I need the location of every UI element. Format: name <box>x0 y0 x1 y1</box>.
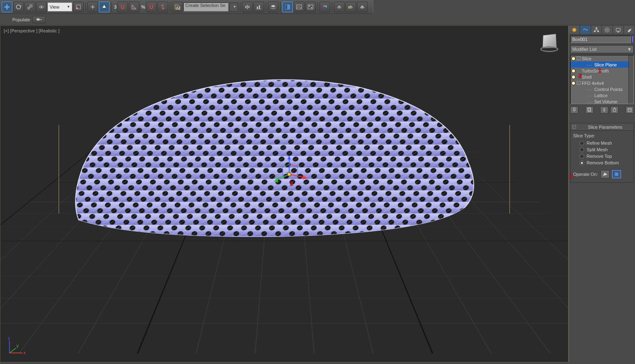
operate-on-poly-button[interactable] <box>601 170 610 178</box>
svg-rect-53 <box>596 27 597 29</box>
tab-display[interactable] <box>613 25 624 34</box>
svg-rect-18 <box>308 5 313 9</box>
visibility-bulb-icon[interactable] <box>571 69 576 73</box>
svg-line-50 <box>9 348 16 353</box>
visibility-bulb-icon[interactable] <box>571 81 576 85</box>
ref-coord-dropdown[interactable]: View ▼ <box>48 2 72 11</box>
align-button[interactable] <box>254 2 264 12</box>
stack-item-lattice[interactable]: ---- Lattice <box>571 92 633 98</box>
axis-tripod-icon: z x y <box>6 336 27 356</box>
render-button[interactable] <box>357 2 368 12</box>
radio-icon[interactable] <box>580 161 584 165</box>
manipulate-button[interactable] <box>87 2 98 12</box>
toolbar-separator <box>111 2 112 12</box>
tab-utilities[interactable] <box>624 25 635 34</box>
svg-rect-27 <box>350 6 352 7</box>
viewport[interactable]: [+] [Perspective ] [Realistic ] <box>0 25 569 362</box>
edit-named-sel-button[interactable]: ABC <box>172 2 183 12</box>
spinner-tool-button[interactable] <box>36 2 47 12</box>
render-setup-button[interactable] <box>334 2 345 12</box>
stack-scrollbar[interactable] <box>628 55 633 104</box>
keyboard-shortcut-button[interactable] <box>99 2 110 12</box>
object-color-swatch[interactable] <box>632 36 634 43</box>
remove-modifier-button[interactable] <box>610 106 619 114</box>
rollout-title: Slice Parameters <box>578 125 632 130</box>
radio-refine-mesh[interactable]: Refine Mesh <box>580 141 631 146</box>
expand-toggle-icon[interactable]: - <box>577 57 580 60</box>
collapse-icon[interactable]: - <box>572 125 576 129</box>
radio-icon[interactable] <box>580 148 584 152</box>
svg-rect-28 <box>348 6 349 9</box>
viewport-label[interactable]: [+] [Perspective ] [Realistic ] <box>4 28 59 33</box>
radio-split-mesh[interactable]: Split Mesh <box>580 147 631 152</box>
tree-dash-icon: ---- <box>586 87 592 92</box>
named-selection-dropdown[interactable]: ▼ <box>229 2 238 11</box>
tab-create[interactable] <box>569 25 580 34</box>
move-tool-button[interactable] <box>2 2 12 12</box>
radio-icon[interactable] <box>580 154 584 159</box>
render-frame-button[interactable] <box>345 2 356 12</box>
tab-hierarchy[interactable] <box>591 25 602 34</box>
toolbar-separator <box>240 2 240 12</box>
mirror-button[interactable] <box>242 2 253 12</box>
named-selection-input[interactable]: Create Selection Se <box>183 2 228 11</box>
stack-item-set-volume[interactable]: ---- Set Volume <box>571 98 633 104</box>
transform-gizmo[interactable] <box>269 154 310 195</box>
modifier-stack[interactable]: - Slice ---- Slice Plane TurboSmooth She… <box>570 55 634 104</box>
tab-motion[interactable] <box>602 25 613 34</box>
svg-rect-13 <box>257 7 258 9</box>
modifier-list-dropdown[interactable]: Modifier List ▼ <box>570 45 634 53</box>
curve-editor-button[interactable] <box>294 2 304 12</box>
svg-rect-55 <box>597 31 599 32</box>
radio-label: Remove Bottom <box>587 160 619 165</box>
svg-line-3 <box>30 7 30 7</box>
svg-point-23 <box>324 7 326 9</box>
material-editor-button[interactable] <box>320 2 330 12</box>
show-end-result-button[interactable] <box>585 106 594 114</box>
svg-point-5 <box>41 6 42 7</box>
svg-rect-31 <box>37 18 40 20</box>
populate-dropdown[interactable] <box>32 16 46 23</box>
viewcube-ring-icon[interactable] <box>540 46 558 52</box>
main-toolbar: View ▼ 3 % ABC Create Selection Se ▼ <box>0 0 373 14</box>
pivot-button[interactable] <box>73 2 84 12</box>
stack-item-control-points[interactable]: ---- Control Points <box>571 86 633 92</box>
radio-remove-bottom[interactable]: Remove Bottom <box>580 160 631 165</box>
make-unique-button[interactable] <box>600 106 608 114</box>
svg-text:x: x <box>23 350 26 355</box>
schematic-view-button[interactable] <box>305 2 316 12</box>
radio-label: Refine Mesh <box>587 141 612 146</box>
radio-remove-top[interactable]: Remove Top <box>580 154 631 159</box>
svg-text:y: y <box>16 343 19 348</box>
viewcube[interactable] <box>537 32 562 56</box>
visibility-bulb-icon[interactable] <box>571 57 576 61</box>
layers-button[interactable] <box>268 2 279 12</box>
visibility-bulb-icon[interactable] <box>571 75 576 79</box>
stack-item-slice-plane[interactable]: ---- Slice Plane <box>571 61 633 68</box>
stack-item-label: Set Volume <box>594 99 617 104</box>
configure-sets-button[interactable] <box>626 106 634 114</box>
dropdown-arrow-icon: ▼ <box>67 5 70 9</box>
stack-item-slice[interactable]: - Slice <box>571 55 633 61</box>
stack-item-ffd[interactable]: - FFD 4x4x4 <box>571 80 633 86</box>
percent-snap-button[interactable] <box>146 2 157 12</box>
radio-icon[interactable] <box>580 141 584 146</box>
snap-toggle-button[interactable] <box>117 2 128 12</box>
spinner-snap-button[interactable] <box>158 2 168 12</box>
radio-label: Split Mesh <box>587 147 608 152</box>
toolbar-separator <box>280 2 281 12</box>
object-name-input[interactable] <box>570 36 631 43</box>
scale-tool-button[interactable] <box>25 2 35 12</box>
expand-toggle-icon[interactable]: - <box>577 81 580 85</box>
angle-snap-button[interactable] <box>129 2 139 12</box>
object-name-field <box>570 36 634 43</box>
tree-dash-icon: ---- <box>586 62 592 67</box>
stack-item-label: TurboSmooth <box>582 68 609 73</box>
operate-on-mesh-button[interactable] <box>612 170 621 178</box>
dropdown-arrow-icon: ▼ <box>627 47 632 52</box>
rollout-header[interactable]: - Slice Parameters <box>571 123 633 131</box>
tab-modify[interactable] <box>580 25 591 34</box>
rotate-tool-button[interactable] <box>13 2 24 12</box>
scene-explorer-button[interactable] <box>282 2 293 12</box>
pin-stack-button[interactable] <box>570 106 578 114</box>
